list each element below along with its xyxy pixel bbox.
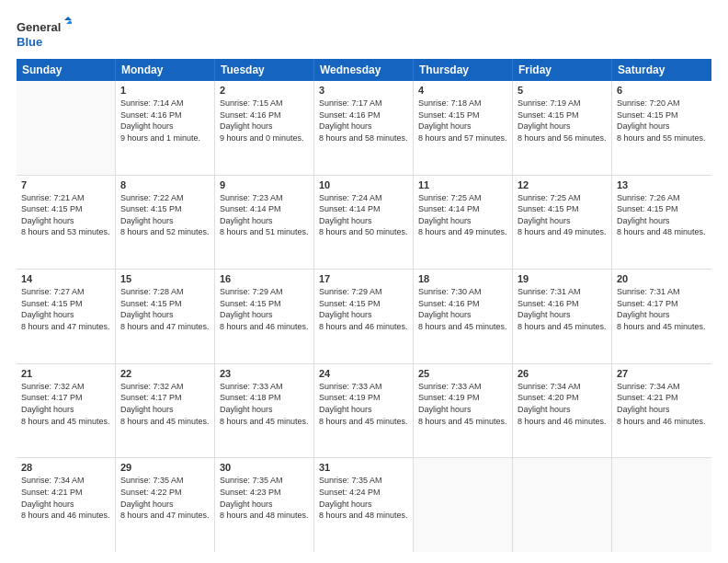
calendar-cell: 15 Sunrise: 7:28 AM Sunset: 4:15 PM Dayl… (116, 270, 215, 363)
day-number: 13 (617, 179, 707, 190)
day-number: 22 (120, 368, 210, 379)
day-number: 10 (319, 179, 408, 190)
calendar-cell: 19 Sunrise: 7:31 AM Sunset: 4:16 PM Dayl… (513, 270, 612, 363)
logo-svg: General Blue (17, 17, 72, 52)
cell-info: Sunrise: 7:33 AM Sunset: 4:18 PM Dayligh… (220, 381, 309, 427)
calendar-cell: 11 Sunrise: 7:25 AM Sunset: 4:14 PM Dayl… (414, 176, 513, 270)
day-number: 4 (418, 85, 507, 96)
day-number: 8 (120, 179, 210, 190)
calendar: SundayMondayTuesdayWednesdayThursdayFrid… (17, 59, 711, 552)
cell-info: Sunrise: 7:24 AM Sunset: 4:14 PM Dayligh… (319, 192, 408, 238)
svg-marker-3 (66, 20, 72, 24)
cell-info: Sunrise: 7:23 AM Sunset: 4:14 PM Dayligh… (220, 192, 309, 238)
weekday-header: Monday (116, 59, 215, 81)
day-number: 18 (418, 273, 507, 284)
calendar-cell: 12 Sunrise: 7:25 AM Sunset: 4:15 PM Dayl… (513, 176, 612, 270)
calendar-row: 21 Sunrise: 7:32 AM Sunset: 4:17 PM Dayl… (17, 364, 711, 459)
cell-info: Sunrise: 7:29 AM Sunset: 4:15 PM Dayligh… (220, 286, 309, 332)
day-number: 7 (21, 179, 110, 190)
calendar-cell: 8 Sunrise: 7:22 AM Sunset: 4:15 PM Dayli… (116, 176, 215, 270)
calendar-row: 14 Sunrise: 7:27 AM Sunset: 4:15 PM Dayl… (17, 270, 711, 364)
calendar-cell (513, 458, 612, 552)
calendar-header: SundayMondayTuesdayWednesdayThursdayFrid… (17, 59, 711, 81)
calendar-cell: 31 Sunrise: 7:35 AM Sunset: 4:24 PM Dayl… (314, 458, 414, 552)
cell-info: Sunrise: 7:20 AM Sunset: 4:15 PM Dayligh… (617, 98, 707, 144)
cell-info: Sunrise: 7:17 AM Sunset: 4:16 PM Dayligh… (319, 98, 408, 144)
cell-info: Sunrise: 7:28 AM Sunset: 4:15 PM Dayligh… (120, 286, 210, 332)
calendar-cell: 22 Sunrise: 7:32 AM Sunset: 4:17 PM Dayl… (116, 364, 215, 458)
calendar-cell: 7 Sunrise: 7:21 AM Sunset: 4:15 PM Dayli… (17, 176, 116, 270)
day-number: 31 (319, 462, 408, 473)
cell-info: Sunrise: 7:32 AM Sunset: 4:17 PM Dayligh… (21, 381, 110, 427)
svg-text:Blue: Blue (17, 35, 42, 49)
weekday-header: Friday (513, 59, 612, 81)
calendar-cell: 1 Sunrise: 7:14 AM Sunset: 4:16 PM Dayli… (116, 81, 215, 175)
cell-info: Sunrise: 7:33 AM Sunset: 4:19 PM Dayligh… (418, 381, 507, 427)
calendar-cell: 24 Sunrise: 7:33 AM Sunset: 4:19 PM Dayl… (314, 364, 414, 458)
day-number: 19 (518, 273, 607, 284)
calendar-cell (17, 81, 116, 175)
day-number: 6 (617, 85, 707, 96)
calendar-page: General Blue SundayMondayTuesdayWednesda… (0, 0, 728, 563)
cell-info: Sunrise: 7:34 AM Sunset: 4:21 PM Dayligh… (617, 381, 707, 427)
day-number: 30 (220, 462, 309, 473)
calendar-row: 28 Sunrise: 7:34 AM Sunset: 4:21 PM Dayl… (17, 458, 711, 552)
calendar-cell: 3 Sunrise: 7:17 AM Sunset: 4:16 PM Dayli… (314, 81, 414, 175)
day-number: 14 (21, 273, 110, 284)
day-number: 25 (418, 368, 507, 379)
cell-info: Sunrise: 7:26 AM Sunset: 4:15 PM Dayligh… (617, 192, 707, 238)
day-number: 9 (220, 179, 309, 190)
weekday-header: Tuesday (215, 59, 314, 81)
day-number: 24 (319, 368, 408, 379)
calendar-cell: 16 Sunrise: 7:29 AM Sunset: 4:15 PM Dayl… (215, 270, 314, 363)
svg-text:General: General (17, 20, 61, 34)
weekday-header: Sunday (17, 59, 116, 81)
calendar-cell: 4 Sunrise: 7:18 AM Sunset: 4:15 PM Dayli… (414, 81, 513, 175)
day-number: 26 (518, 368, 607, 379)
day-number: 23 (220, 368, 309, 379)
cell-info: Sunrise: 7:31 AM Sunset: 4:16 PM Dayligh… (518, 286, 607, 332)
calendar-cell: 10 Sunrise: 7:24 AM Sunset: 4:14 PM Dayl… (314, 176, 414, 270)
calendar-cell: 2 Sunrise: 7:15 AM Sunset: 4:16 PM Dayli… (215, 81, 314, 175)
cell-info: Sunrise: 7:15 AM Sunset: 4:16 PM Dayligh… (220, 98, 309, 144)
calendar-cell: 6 Sunrise: 7:20 AM Sunset: 4:15 PM Dayli… (612, 81, 711, 175)
weekday-header: Wednesday (314, 59, 414, 81)
cell-info: Sunrise: 7:27 AM Sunset: 4:15 PM Dayligh… (21, 286, 110, 332)
cell-info: Sunrise: 7:31 AM Sunset: 4:17 PM Dayligh… (617, 286, 707, 332)
day-number: 21 (21, 368, 110, 379)
calendar-cell: 30 Sunrise: 7:35 AM Sunset: 4:23 PM Dayl… (215, 458, 314, 552)
cell-info: Sunrise: 7:25 AM Sunset: 4:14 PM Dayligh… (418, 192, 507, 238)
calendar-cell: 18 Sunrise: 7:30 AM Sunset: 4:16 PM Dayl… (414, 270, 513, 363)
cell-info: Sunrise: 7:34 AM Sunset: 4:21 PM Dayligh… (21, 475, 110, 521)
calendar-cell: 9 Sunrise: 7:23 AM Sunset: 4:14 PM Dayli… (215, 176, 314, 270)
calendar-body: 1 Sunrise: 7:14 AM Sunset: 4:16 PM Dayli… (17, 81, 711, 552)
cell-info: Sunrise: 7:21 AM Sunset: 4:15 PM Dayligh… (21, 192, 110, 238)
calendar-cell: 13 Sunrise: 7:26 AM Sunset: 4:15 PM Dayl… (612, 176, 711, 270)
calendar-cell: 29 Sunrise: 7:35 AM Sunset: 4:22 PM Dayl… (116, 458, 215, 552)
calendar-cell: 26 Sunrise: 7:34 AM Sunset: 4:20 PM Dayl… (513, 364, 612, 458)
day-number: 27 (617, 368, 707, 379)
calendar-cell: 5 Sunrise: 7:19 AM Sunset: 4:15 PM Dayli… (513, 81, 612, 175)
day-number: 28 (21, 462, 110, 473)
cell-info: Sunrise: 7:19 AM Sunset: 4:15 PM Dayligh… (518, 98, 607, 144)
calendar-cell: 23 Sunrise: 7:33 AM Sunset: 4:18 PM Dayl… (215, 364, 314, 458)
calendar-cell: 14 Sunrise: 7:27 AM Sunset: 4:15 PM Dayl… (17, 270, 116, 363)
cell-info: Sunrise: 7:35 AM Sunset: 4:22 PM Dayligh… (120, 475, 210, 521)
cell-info: Sunrise: 7:35 AM Sunset: 4:23 PM Dayligh… (220, 475, 309, 521)
cell-info: Sunrise: 7:32 AM Sunset: 4:17 PM Dayligh… (120, 381, 210, 427)
weekday-header: Thursday (414, 59, 513, 81)
calendar-cell: 27 Sunrise: 7:34 AM Sunset: 4:21 PM Dayl… (612, 364, 711, 458)
cell-info: Sunrise: 7:34 AM Sunset: 4:20 PM Dayligh… (518, 381, 607, 427)
cell-info: Sunrise: 7:25 AM Sunset: 4:15 PM Dayligh… (518, 192, 607, 238)
day-number: 17 (319, 273, 408, 284)
svg-marker-2 (64, 17, 72, 20)
weekday-header: Saturday (612, 59, 711, 81)
calendar-cell: 21 Sunrise: 7:32 AM Sunset: 4:17 PM Dayl… (17, 364, 116, 458)
calendar-row: 7 Sunrise: 7:21 AM Sunset: 4:15 PM Dayli… (17, 176, 711, 270)
calendar-cell: 25 Sunrise: 7:33 AM Sunset: 4:19 PM Dayl… (414, 364, 513, 458)
logo: General Blue (17, 17, 72, 52)
cell-info: Sunrise: 7:35 AM Sunset: 4:24 PM Dayligh… (319, 475, 408, 521)
day-number: 16 (220, 273, 309, 284)
day-number: 1 (120, 85, 210, 96)
cell-info: Sunrise: 7:18 AM Sunset: 4:15 PM Dayligh… (418, 98, 507, 144)
